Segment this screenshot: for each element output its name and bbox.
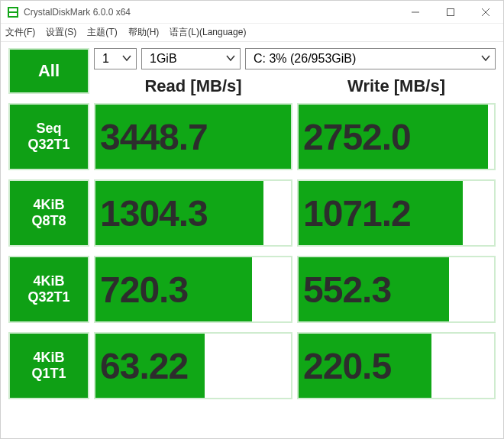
svg-rect-2 xyxy=(9,13,17,16)
write-cell: 552.3 xyxy=(297,256,496,323)
read-cell: 1304.3 xyxy=(94,179,292,247)
read-value: 63.22 xyxy=(100,345,188,387)
result-row: SeqQ32T13448.72752.0 xyxy=(8,103,496,170)
results-rows: SeqQ32T13448.72752.04KiBQ8T81304.31071.2… xyxy=(8,103,496,431)
read-value: 1304.3 xyxy=(100,192,208,234)
write-cell: 1071.2 xyxy=(297,179,496,247)
write-cell: 2752.0 xyxy=(297,103,496,170)
result-row: 4KiBQ32T1720.3552.3 xyxy=(8,256,496,323)
runs-value: 1 xyxy=(102,52,109,66)
minimize-button[interactable] xyxy=(398,1,433,23)
titlebar: CrystalDiskMark 6.0.0 x64 xyxy=(1,1,503,24)
run-test-button-0[interactable]: SeqQ32T1 xyxy=(8,103,89,170)
menu-settings[interactable]: 设置(S) xyxy=(46,26,76,39)
test-label-line2: Q32T1 xyxy=(27,289,69,305)
menu-help[interactable]: 帮助(H) xyxy=(128,26,160,39)
app-window: CrystalDiskMark 6.0.0 x64 文件(F) 设置(S) 主题… xyxy=(0,0,504,439)
run-test-button-1[interactable]: 4KiBQ8T8 xyxy=(8,179,89,247)
write-header: Write [MB/s] xyxy=(297,76,496,96)
result-row: 4KiBQ1T163.22220.5 xyxy=(8,332,496,399)
drive-select[interactable]: C: 3% (26/953GiB) xyxy=(245,48,496,69)
close-button[interactable] xyxy=(468,1,503,23)
read-cell: 63.22 xyxy=(94,332,292,399)
menu-language[interactable]: 语言(L)(Language) xyxy=(170,26,246,39)
test-label-line2: Q32T1 xyxy=(27,137,69,153)
column-headers: Read [MB/s] Write [MB/s] xyxy=(8,74,496,98)
write-value: 1071.2 xyxy=(303,192,411,234)
read-value: 720.3 xyxy=(100,269,188,311)
runs-select[interactable]: 1 xyxy=(94,48,137,69)
svg-rect-4 xyxy=(447,8,454,15)
test-label-line2: Q1T1 xyxy=(31,366,66,382)
test-label-line1: 4KiB xyxy=(33,197,64,213)
window-title: CrystalDiskMark 6.0.0 x64 xyxy=(24,7,398,18)
menubar: 文件(F) 设置(S) 主题(T) 帮助(H) 语言(L)(Language) xyxy=(1,24,503,42)
test-label-line1: 4KiB xyxy=(33,273,64,289)
test-label-line1: Seq xyxy=(36,121,61,137)
read-value: 3448.7 xyxy=(100,116,208,158)
size-value: 1GiB xyxy=(150,52,177,66)
run-test-button-3[interactable]: 4KiBQ1T1 xyxy=(8,332,89,399)
menu-theme[interactable]: 主题(T) xyxy=(87,26,117,39)
write-value: 2752.0 xyxy=(303,116,411,158)
test-label-line2: Q8T8 xyxy=(31,213,66,229)
write-cell: 220.5 xyxy=(297,332,496,399)
write-value: 220.5 xyxy=(303,345,391,387)
run-test-button-2[interactable]: 4KiBQ32T1 xyxy=(8,256,89,323)
drive-value: C: 3% (26/953GiB) xyxy=(254,52,356,66)
read-header: Read [MB/s] xyxy=(94,76,292,96)
test-label-line1: 4KiB xyxy=(33,350,64,366)
window-controls xyxy=(398,1,503,23)
maximize-button[interactable] xyxy=(433,1,468,23)
menu-file[interactable]: 文件(F) xyxy=(5,26,35,39)
read-cell: 3448.7 xyxy=(94,103,292,170)
chevron-down-icon xyxy=(122,52,131,66)
content-area: All 1 1GiB C: 3% (26/953GiB) Read [MB/ xyxy=(1,42,503,438)
chevron-down-icon xyxy=(226,52,235,66)
write-value: 552.3 xyxy=(303,269,391,311)
chevron-down-icon xyxy=(481,52,490,66)
size-select[interactable]: 1GiB xyxy=(141,48,241,69)
app-icon xyxy=(7,6,19,18)
svg-rect-1 xyxy=(9,8,17,11)
result-row: 4KiBQ8T81304.31071.2 xyxy=(8,179,496,247)
read-cell: 720.3 xyxy=(94,256,292,323)
